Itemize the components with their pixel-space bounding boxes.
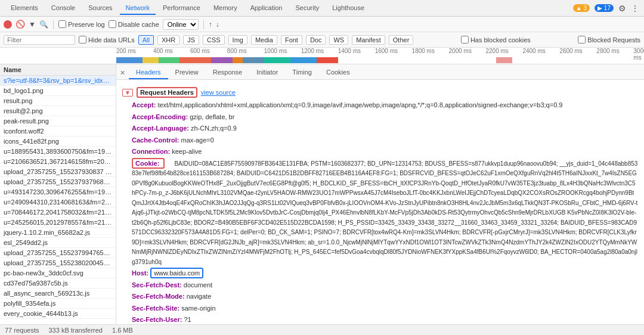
cookie-header-name: Cookie:: [132, 158, 165, 169]
file-item-0[interactable]: s?ie=utf-8&f=3&rsv_bp=1&rsv_idx=1&…: [0, 76, 116, 86]
cookie-header-value: BAIDUID=08AC1E85F75590978FB3643E131FBA; …: [132, 160, 637, 265]
sec-fetch-mode-header-value: navigate: [187, 293, 212, 300]
timeline-label-1600: 1600 ms: [375, 48, 398, 54]
tab-sources[interactable]: Sources: [82, 2, 118, 15]
file-item-21[interactable]: all_async_search_569213c.js: [0, 289, 116, 299]
download-icon[interactable]: ↓: [216, 20, 219, 29]
disable-cache-label[interactable]: Disable cache: [109, 20, 159, 28]
filter-type-js[interactable]: JS: [183, 35, 199, 45]
warning-badge: ▲ 3: [573, 4, 590, 12]
tab-response[interactable]: Response: [206, 66, 250, 79]
tab-lighthouse[interactable]: Lighthouse: [326, 2, 370, 15]
sec-fetch-dest-header-row: Sec-Fetch-Dest: document: [132, 280, 638, 290]
tab-timing[interactable]: Timing: [285, 66, 319, 79]
filter-type-css[interactable]: CSS: [203, 35, 225, 45]
host-header-row: Host: www.baidu.com: [132, 268, 638, 278]
file-item-19[interactable]: pc-bao-new3x_3ddc0cf.svg: [0, 268, 116, 278]
timeline-label-200: 200 ms: [116, 48, 136, 54]
file-item-16[interactable]: esl_2549dd2.js: [0, 238, 116, 248]
file-item-2[interactable]: result.png: [0, 96, 116, 106]
timeline-label-2600: 2600 ms: [559, 48, 582, 54]
tab-preview[interactable]: Preview: [168, 66, 206, 79]
tab-cookies[interactable]: Cookies: [319, 66, 357, 79]
connection-header-row: Connection: keep-alive: [132, 147, 638, 157]
more-icon[interactable]: ⋮: [631, 4, 639, 13]
file-item-1[interactable]: bd_logo1.png: [0, 86, 116, 96]
file-item-23[interactable]: every_cookie_4644b13.js: [0, 309, 116, 319]
tab-security[interactable]: Security: [289, 2, 325, 15]
disable-cache-checkbox[interactable]: [109, 20, 116, 28]
file-item-12[interactable]: u=2490944310,2314068163&fm=218&…: [0, 197, 116, 207]
filter-type-ws[interactable]: WS: [329, 35, 348, 45]
info-badge: ▶ 17: [595, 4, 614, 12]
filter-type-img[interactable]: Img: [228, 35, 247, 45]
filter-type-manifest[interactable]: Manifest: [352, 35, 385, 45]
cache-control-header-name: Cache-Control:: [132, 137, 179, 144]
has-blocked-cookies-label[interactable]: Has blocked cookies: [461, 36, 531, 44]
cache-control-header-row: Cache-Control: max-age=0: [132, 135, 638, 145]
network-toolbar: 🚫 ▼ 🔍 Preserve log Disable cache Online …: [0, 17, 644, 32]
file-item-10[interactable]: upload_27357255_1552379379681.jpg: [0, 177, 116, 187]
file-item-8[interactable]: u=2106636521,3672146158fm=202&…: [0, 157, 116, 167]
file-item-4[interactable]: peak-result.png: [0, 116, 116, 126]
throttle-select[interactable]: Online: [163, 19, 199, 30]
tab-performance[interactable]: Performance: [157, 2, 206, 15]
timeline-label-2200: 2200 ms: [486, 48, 509, 54]
hide-data-urls-label[interactable]: Hide data URLs: [79, 36, 135, 44]
connection-header-value: keep-alive: [172, 148, 202, 155]
file-item-17[interactable]: upload_27357255_1552379947652.jpg: [0, 248, 116, 258]
connection-header-name: Connection:: [132, 148, 170, 155]
blocked-requests-label[interactable]: Blocked Requests: [578, 36, 640, 44]
main-content: Name s?ie=utf-8&f=3&rsv_bp=1&rsv_idx=1&……: [0, 64, 644, 324]
tab-console[interactable]: Console: [45, 2, 81, 15]
tab-headers[interactable]: Headers: [129, 66, 168, 79]
file-item-20[interactable]: cd37ed75a9387c5b.js: [0, 278, 116, 289]
sec-fetch-dest-header-name: Sec-Fetch-Dest:: [132, 281, 182, 289]
filter-type-font[interactable]: Font: [281, 35, 302, 45]
search-icon[interactable]: 🔍: [39, 20, 48, 29]
close-tab-button[interactable]: ✕: [116, 67, 129, 79]
preserve-log-label[interactable]: Preserve log: [58, 20, 105, 28]
hide-data-urls-checkbox[interactable]: [79, 36, 86, 44]
file-item-7[interactable]: u=188955431,3893600750&fm=195&…: [0, 147, 116, 157]
has-blocked-cookies-checkbox[interactable]: [461, 36, 469, 44]
file-item-9[interactable]: upload_27357255_155237930837 6.jpg: [0, 167, 116, 177]
file-item-5[interactable]: iconfont.woff2: [0, 126, 116, 137]
view-source-link[interactable]: view source: [201, 89, 236, 96]
timeline-label-400: 400 ms: [153, 48, 173, 54]
file-item-3[interactable]: result@2.png: [0, 106, 116, 116]
accept-language-header-name: Accept-Language:: [132, 125, 189, 132]
filter-icon[interactable]: ▼: [29, 20, 36, 29]
timeline-label-2800: 2800 ms: [596, 48, 619, 54]
gear-icon[interactable]: ⚙: [618, 4, 626, 13]
filter-type-media[interactable]: Media: [251, 35, 277, 45]
filter-input[interactable]: [4, 35, 75, 45]
file-item-6[interactable]: icons_441e82f.png: [0, 137, 116, 147]
tab-application[interactable]: Application: [244, 2, 289, 15]
filter-type-doc[interactable]: Doc: [306, 35, 326, 45]
timeline-label-1400: 1400 ms: [338, 48, 361, 54]
devtools-tab-bar: Elements Console Sources Network Perform…: [0, 0, 644, 17]
file-item-11[interactable]: u=493147230,3096476255&fm=195&…: [0, 187, 116, 197]
accept-header-value: text/html,application/xhtml+xml,applicat…: [157, 101, 562, 108]
filter-type-all[interactable]: All: [138, 35, 154, 45]
file-item-22[interactable]: polyfill_9354efa.js: [0, 299, 116, 309]
tab-initiator[interactable]: Initiator: [249, 66, 285, 79]
file-item-13[interactable]: u=708446172,2041758032&fm=218&…: [0, 207, 116, 218]
file-item-18[interactable]: upload_27357255_1552380200456.png: [0, 258, 116, 268]
accept-header-name: Accept:: [132, 101, 156, 108]
file-item-14[interactable]: u=245256015,2012978557&fm=218&…: [0, 218, 116, 228]
blocked-requests-checkbox[interactable]: [578, 36, 586, 44]
preserve-log-checkbox[interactable]: [58, 20, 66, 28]
file-item-15[interactable]: jquery-1.10.2.min_65682a2.js: [0, 228, 116, 238]
tab-network[interactable]: Network: [120, 2, 156, 15]
request-headers-toggle[interactable]: ▼: [122, 89, 133, 97]
tab-elements[interactable]: Elements: [5, 2, 44, 15]
clear-button[interactable]: 🚫: [16, 20, 25, 29]
record-button[interactable]: [4, 20, 12, 29]
tab-memory[interactable]: Memory: [208, 2, 243, 15]
filter-type-other[interactable]: Other: [389, 35, 414, 45]
cookie-header-row: Cookie: BAIDUID=08AC1E85F75590978FB3643E…: [132, 159, 638, 267]
filter-type-xhr[interactable]: XHR: [157, 35, 179, 45]
upload-icon[interactable]: ↑: [209, 20, 212, 29]
